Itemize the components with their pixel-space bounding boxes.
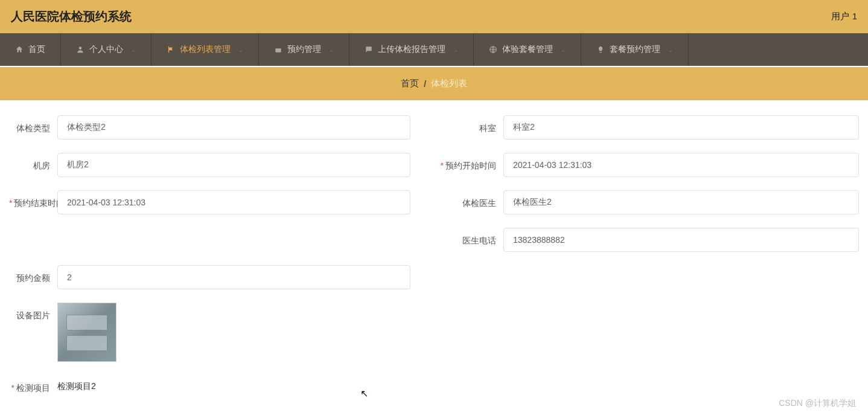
device-image[interactable] xyxy=(57,303,116,362)
input-start-time[interactable] xyxy=(503,153,859,177)
chevron-down-icon: ⌄ xyxy=(329,47,334,53)
input-amount[interactable] xyxy=(57,265,410,289)
label-start-time: *预约开始时间 xyxy=(434,153,503,172)
calendar-icon xyxy=(274,45,282,54)
label-amount: 预约金额 xyxy=(9,265,57,285)
label-device-image: 设备图片 xyxy=(9,303,57,322)
nav-label: 体验套餐管理 xyxy=(502,44,553,55)
nav-profile[interactable]: 个人中心 ⌄ xyxy=(61,33,152,66)
input-department[interactable] xyxy=(503,115,859,140)
chevron-down-icon: ⌄ xyxy=(668,47,673,53)
watermark: CSDN @计算机学姐 xyxy=(779,398,856,409)
chevron-down-icon: ⌄ xyxy=(238,47,243,53)
breadcrumb-current: 体检列表 xyxy=(431,78,467,89)
main-nav: 首页 个人中心 ⌄ 体检列表管理 ⌄ 预约管理 ⌄ 上传体检报告管理 ⌄ 体验套… xyxy=(0,33,868,66)
chevron-down-icon: ⌄ xyxy=(453,47,458,53)
input-exam-type[interactable] xyxy=(57,115,410,140)
label-doctor-phone: 医生电话 xyxy=(434,228,503,247)
input-end-time[interactable] xyxy=(57,190,410,214)
label-exam-type: 体检类型 xyxy=(9,115,57,135)
nav-reservation[interactable]: 预约管理 ⌄ xyxy=(259,33,349,66)
label-end-time: *预约结束时间 xyxy=(9,190,57,210)
nav-package[interactable]: 体验套餐管理 ⌄ xyxy=(474,33,581,66)
input-room[interactable] xyxy=(57,153,410,177)
user-icon xyxy=(76,45,85,54)
home-icon xyxy=(15,45,24,54)
form: 体检类型 科室 机房 *预约开始时间 *预约结束时间 体检医生 医生电话 xyxy=(0,100,868,415)
label-department: 科室 xyxy=(434,115,503,135)
input-doctor[interactable] xyxy=(503,190,859,214)
bulb-icon xyxy=(596,45,605,54)
breadcrumb-home[interactable]: 首页 xyxy=(401,78,419,89)
nav-exam-list[interactable]: 体检列表管理 ⌄ xyxy=(152,33,259,66)
breadcrumb: 首页 / 体检列表 xyxy=(0,67,868,100)
flag-icon xyxy=(167,45,175,54)
app-title: 人民医院体检预约系统 xyxy=(11,8,132,25)
svg-point-0 xyxy=(79,47,82,50)
value-test-item: 检测项目2 xyxy=(57,375,96,392)
nav-upload-report[interactable]: 上传体检报告管理 ⌄ xyxy=(349,33,474,66)
nav-label: 个人中心 xyxy=(89,44,123,55)
breadcrumb-separator: / xyxy=(424,79,426,89)
chevron-down-icon: ⌄ xyxy=(131,47,136,53)
nav-label: 套餐预约管理 xyxy=(610,44,660,55)
nav-label: 体检列表管理 xyxy=(180,44,231,55)
label-room: 机房 xyxy=(9,153,57,172)
globe-icon xyxy=(489,45,497,54)
label-test-item: *检测项目 xyxy=(9,375,57,394)
nav-label: 预约管理 xyxy=(287,44,321,55)
label-doctor: 体检医生 xyxy=(434,190,503,210)
nav-label: 上传体检报告管理 xyxy=(378,44,445,55)
nav-package-reservation[interactable]: 套餐预约管理 ⌄ xyxy=(581,33,689,66)
header: 人民医院体检预约系统 用户 1 xyxy=(0,0,868,33)
nav-home[interactable]: 首页 xyxy=(0,33,61,66)
input-doctor-phone[interactable] xyxy=(503,228,859,252)
user-label[interactable]: 用户 1 xyxy=(831,11,857,22)
chevron-down-icon: ⌄ xyxy=(561,47,566,53)
svg-rect-2 xyxy=(275,47,281,48)
nav-label: 首页 xyxy=(28,44,45,55)
chat-icon xyxy=(365,45,373,54)
